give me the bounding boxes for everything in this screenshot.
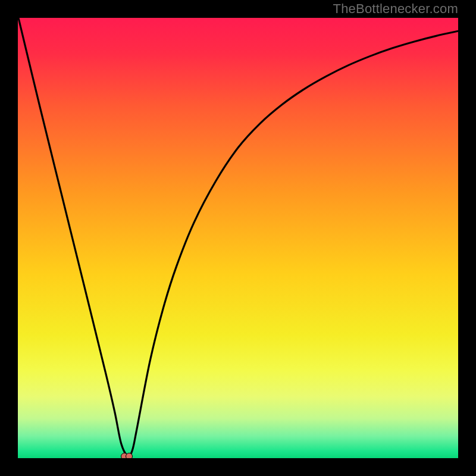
bottleneck-curve bbox=[18, 18, 458, 458]
chart-frame: TheBottlenecker.com bbox=[0, 0, 476, 476]
watermark-text: TheBottlenecker.com bbox=[333, 1, 458, 17]
plot-area bbox=[18, 18, 458, 458]
data-point-marker bbox=[126, 453, 133, 458]
